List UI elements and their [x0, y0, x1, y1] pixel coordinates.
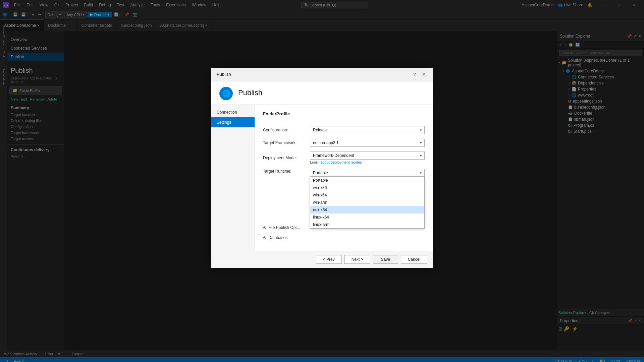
file-publish-label: File Publish Opt...: [268, 225, 300, 230]
deployment-learn-link[interactable]: Learn about deployment modes: [310, 160, 425, 164]
prev-button[interactable]: < Prev: [316, 255, 342, 264]
modal-top-section: 🌐 Publish: [211, 81, 433, 105]
cancel-button[interactable]: Cancel: [401, 255, 427, 264]
framework-label: Target Framework:: [263, 140, 310, 145]
dropdown-item-linux-arm[interactable]: linux-arm: [310, 221, 424, 228]
modal-publish-title: Publish: [238, 88, 262, 97]
modal-title-label: Publish: [217, 72, 231, 77]
databases-label: Databases: [268, 235, 287, 240]
modal-form-content: FolderProfile Configuration: Release Deb…: [255, 105, 433, 251]
modal-close-button[interactable]: ✕: [421, 71, 427, 78]
dropdown-item-osx-x64[interactable]: osx-x64: [310, 206, 424, 214]
deployment-label: Deployment Mode:: [263, 156, 310, 160]
runtime-control: Portable Portable win-x86 win-x64 win-ar…: [310, 169, 425, 177]
modal-header-controls: ? ✕: [411, 71, 427, 78]
modal-header: Publish ? ✕: [211, 68, 433, 81]
nav-connection[interactable]: Connection: [211, 107, 255, 117]
databases-header[interactable]: ⊗ Databases: [263, 234, 425, 241]
runtime-dropdown-popup: Portable win-x86 win-x64 win-arm osx-x64…: [310, 176, 425, 229]
next-button[interactable]: Next >: [344, 255, 370, 264]
runtime-label: Target Runtime:: [263, 169, 310, 174]
dropdown-item-portable[interactable]: Portable: [310, 177, 424, 184]
runtime-row: Target Runtime: Portable Portable win-x8…: [263, 169, 425, 177]
dropdown-item-win-x86[interactable]: win-x86: [310, 184, 424, 191]
save-button[interactable]: Save: [373, 255, 398, 264]
databases-section: ⊗ Databases: [263, 234, 425, 241]
config-label: Configuration:: [263, 128, 310, 132]
deployment-select-wrapper: Framework-Dependent Self-Contained: [310, 152, 425, 160]
dropdown-item-linux-x64[interactable]: linux-x64: [310, 214, 424, 221]
runtime-select[interactable]: Portable: [310, 169, 425, 177]
globe-symbol: 🌐: [222, 89, 230, 98]
framework-select[interactable]: netcoreapp3.1: [310, 139, 425, 147]
nav-settings[interactable]: Settings: [211, 117, 255, 127]
config-row: Configuration: Release Debug: [263, 126, 425, 134]
form-section-title: FolderProfile: [263, 111, 425, 119]
config-select-wrapper: Release Debug: [310, 126, 425, 134]
dropdown-item-win-arm[interactable]: win-arm: [310, 199, 424, 206]
databases-collapse-icon: ⊗: [263, 235, 266, 240]
deployment-control: Framework-Dependent Self-Contained Learn…: [310, 152, 425, 164]
framework-select-wrapper: netcoreapp3.1: [310, 139, 425, 147]
runtime-select-wrapper: Portable: [310, 169, 425, 177]
framework-row: Target Framework: netcoreapp3.1: [263, 139, 425, 147]
deployment-row: Deployment Mode: Framework-Dependent Sel…: [263, 152, 425, 164]
file-publish-collapse-icon: ⊗: [263, 225, 266, 230]
modal-nav: Connection Settings: [211, 105, 255, 251]
modal-publish-heading: Publish: [238, 88, 262, 99]
modal-overlay: Publish ? ✕ 🌐 Publish Connection Setting…: [0, 0, 644, 362]
publish-modal: Publish ? ✕ 🌐 Publish Connection Setting…: [211, 68, 433, 268]
dropdown-item-win-x64[interactable]: win-x64: [310, 191, 424, 199]
modal-footer: < Prev Next > Save Cancel: [211, 251, 433, 268]
config-select[interactable]: Release Debug: [310, 126, 425, 134]
modal-help-button[interactable]: ?: [411, 71, 418, 78]
deployment-select[interactable]: Framework-Dependent Self-Contained: [310, 152, 425, 160]
publish-globe-icon: 🌐: [219, 87, 233, 100]
modal-body: Connection Settings FolderProfile Config…: [211, 105, 433, 251]
